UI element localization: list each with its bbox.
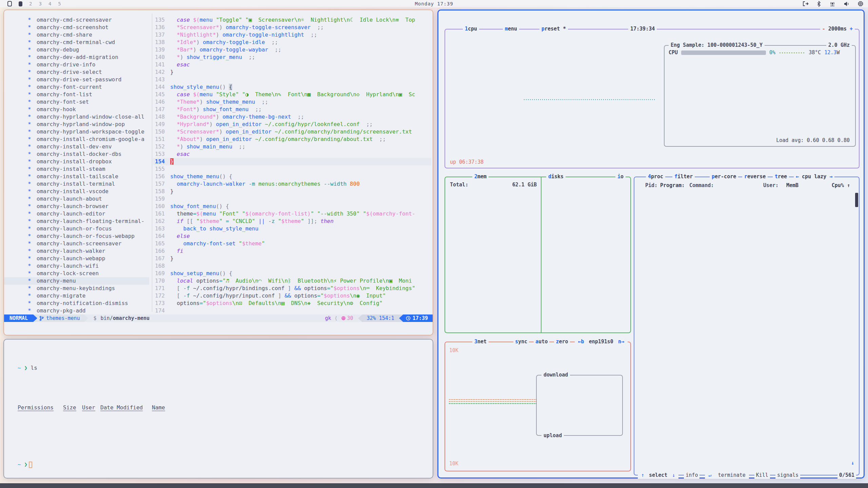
code-line[interactable]: 138 *Idle*) omarchy-toggle-idle ;;: [153, 39, 431, 46]
code-line[interactable]: 168: [153, 262, 431, 270]
workspace-4[interactable]: 4: [48, 1, 51, 6]
file-item[interactable]: *omarchy-menu-keybindings: [4, 285, 149, 292]
info-hint[interactable]: info: [684, 472, 699, 479]
file-item[interactable]: *omarchy-font-current: [4, 83, 149, 91]
file-item[interactable]: *omarchy-cmd-screensaver: [4, 16, 149, 24]
code-line[interactable]: 137 *Nightlight*) omarchy-toggle-nightli…: [153, 31, 431, 39]
per-core-button[interactable]: per-core: [710, 173, 738, 180]
net-panel-title[interactable]: 3net: [472, 338, 489, 345]
prompt-line[interactable]: ~ ❯: [18, 461, 433, 468]
file-item[interactable]: *omarchy-dev-add-migration: [4, 54, 149, 61]
pane-separator[interactable]: [152, 14, 152, 312]
kill-hint[interactable]: Kill: [754, 472, 770, 479]
workspace-5[interactable]: 5: [58, 1, 61, 6]
file-item[interactable]: *omarchy-cmd-terminal-cwd: [4, 39, 149, 46]
code-line[interactable]: 153 esac: [153, 150, 431, 158]
filter-button[interactable]: filter: [672, 173, 695, 180]
file-item[interactable]: *omarchy-font-list: [4, 91, 149, 98]
code-line[interactable]: 144show_style_menu() {: [153, 83, 431, 91]
code-line[interactable]: 156show_theme_menu() {: [153, 173, 431, 180]
code-line[interactable]: 167}: [153, 255, 431, 262]
file-item[interactable]: *omarchy-drive-set-password: [4, 76, 149, 83]
file-item[interactable]: *omarchy-font-set: [4, 98, 149, 106]
proc-scrollbar[interactable]: [855, 193, 858, 207]
code-line[interactable]: 172 [ -f ~/.config/hypr/input.conf ] && …: [153, 292, 431, 300]
code-line[interactable]: 165 omarchy-font-set "$theme": [153, 240, 431, 247]
file-item[interactable]: *omarchy-install-docker-dbs: [4, 150, 149, 158]
file-item[interactable]: *omarchy-launch-editor: [4, 210, 149, 218]
file-item[interactable]: *omarchy-cmd-screenshot: [4, 24, 149, 31]
code-line[interactable]: 164 else: [153, 232, 431, 240]
scroll-down-icon[interactable]: ↓: [851, 460, 854, 467]
file-item[interactable]: *omarchy-launch-about: [4, 195, 149, 203]
file-item[interactable]: *omarchy-launch-screensaver: [4, 240, 149, 247]
file-item[interactable]: *omarchy-install-steam: [4, 165, 149, 173]
logout-icon[interactable]: [803, 1, 809, 6]
bluetooth-icon[interactable]: [817, 1, 821, 7]
sync-button[interactable]: sync: [513, 338, 529, 345]
code-line[interactable]: 151 *About*) open_in_editor ~/.config/om…: [153, 136, 431, 143]
code-line[interactable]: 158}: [153, 188, 431, 195]
select-hint[interactable]: ↑ select ↓: [638, 472, 678, 479]
file-item[interactable]: *omarchy-notification-dismiss: [4, 300, 149, 307]
file-item[interactable]: *omarchy-install-dropbox: [4, 158, 149, 165]
code-line[interactable]: 139 *Bar*) omarchy-toggle-waybar ;;: [153, 46, 431, 54]
file-item[interactable]: *omarchy-install-dev-env: [4, 143, 149, 150]
code-line[interactable]: 145 case $(menu "Style" "◑ Theme\n✎ Font…: [153, 91, 431, 98]
sort-selector[interactable]: ← cpu lazy →: [794, 173, 834, 180]
file-item[interactable]: *omarchy-debug: [4, 46, 149, 54]
code-line[interactable]: 163 back_to show_style_menu: [153, 225, 431, 232]
code-line[interactable]: 161 theme=$(menu "Font" "$(omarchy-font-…: [153, 210, 431, 218]
terminate-hint[interactable]: ↵ terminate: [705, 472, 749, 479]
code-line[interactable]: 160show_font_menu() {: [153, 203, 431, 210]
code-line[interactable]: 146 *Theme*) show_theme_menu ;;: [153, 98, 431, 106]
file-item[interactable]: *omarchy-drive-info: [4, 61, 149, 68]
auto-button[interactable]: auto: [534, 338, 549, 345]
update-interval[interactable]: - 2000ms +: [820, 25, 855, 33]
file-item[interactable]: *omarchy-install-terminal: [4, 180, 149, 188]
interface-switcher[interactable]: ←b enp191s0 n→: [575, 338, 628, 345]
tree-button[interactable]: tree: [773, 173, 789, 180]
file-item[interactable]: *omarchy-hyprland-window-pop: [4, 121, 149, 128]
volume-icon[interactable]: [844, 1, 850, 6]
code-line[interactable]: 152 *) show_main_menu ;;: [153, 143, 431, 150]
file-item[interactable]: *omarchy-launch-walker: [4, 247, 149, 255]
code-line[interactable]: 148 *Background*) omarchy-theme-bg-next …: [153, 113, 431, 121]
code-line[interactable]: 142}: [153, 68, 431, 76]
code-line[interactable]: 173 options="$options\n⊡ Defaults\n▤ DNS…: [153, 300, 431, 307]
code-line[interactable]: 174: [153, 307, 431, 314]
preset-button[interactable]: preset *: [539, 25, 568, 33]
network-icon[interactable]: [829, 1, 836, 6]
code-line[interactable]: 155: [153, 165, 431, 173]
workspace-1-icon[interactable]: [7, 1, 12, 6]
file-item[interactable]: *omarchy-launch-floating-terminal-: [4, 218, 149, 225]
code-buffer[interactable]: 135 case $(menu "Toggle" "▣ Screensaver\…: [153, 16, 431, 314]
file-item[interactable]: *omarchy-hyprland-window-close-all: [4, 113, 149, 121]
file-item[interactable]: *omarchy-migrate: [4, 292, 149, 300]
code-line[interactable]: 162 if [[ "$theme" = "CNCLD" || -z "$the…: [153, 218, 431, 225]
file-item[interactable]: *omarchy-launch-or-focus: [4, 225, 149, 232]
file-item[interactable]: *omarchy-launch-wifi: [4, 262, 149, 270]
code-line[interactable]: 171 [ -f ~/.config/hypr/bindings.conf ] …: [153, 285, 431, 292]
code-line[interactable]: 141 esac: [153, 61, 431, 68]
signals-hint[interactable]: signals: [775, 472, 800, 479]
file-item[interactable]: *omarchy-cmd-share: [4, 31, 149, 39]
workspace-2[interactable]: 2: [29, 1, 32, 6]
file-item[interactable]: *omarchy-drive-select: [4, 68, 149, 76]
code-line[interactable]: 170 local options="♬ Audio\n◠ Wifi\nᛒ Bl…: [153, 277, 431, 285]
menu-button[interactable]: menu: [503, 25, 519, 33]
cpu-panel-title[interactable]: 1cpu: [463, 25, 479, 33]
cpu-icon[interactable]: [858, 1, 863, 6]
code-line[interactable]: 135 case $(menu "Toggle" "▣ Screensaver\…: [153, 16, 431, 24]
code-line[interactable]: 150 *Screensaver*) open_in_editor ~/.con…: [153, 128, 431, 136]
code-line[interactable]: 147 *Font*) show_font_menu ;;: [153, 106, 431, 113]
code-line[interactable]: 140 *) show_trigger_menu ;;: [153, 54, 431, 61]
code-line[interactable]: 154}: [153, 158, 431, 165]
file-item[interactable]: *omarchy-hyprland-workspace-toggle: [4, 128, 149, 136]
proc-panel-title[interactable]: 4proc: [646, 173, 665, 180]
file-item[interactable]: *omarchy-install-vscode: [4, 188, 149, 195]
code-line[interactable]: 149 *Hyprland*) open_in_editor ~/.config…: [153, 121, 431, 128]
file-item[interactable]: *omarchy-install-tailscale: [4, 173, 149, 180]
zero-button[interactable]: zero: [554, 338, 570, 345]
code-line[interactable]: 143: [153, 76, 431, 83]
